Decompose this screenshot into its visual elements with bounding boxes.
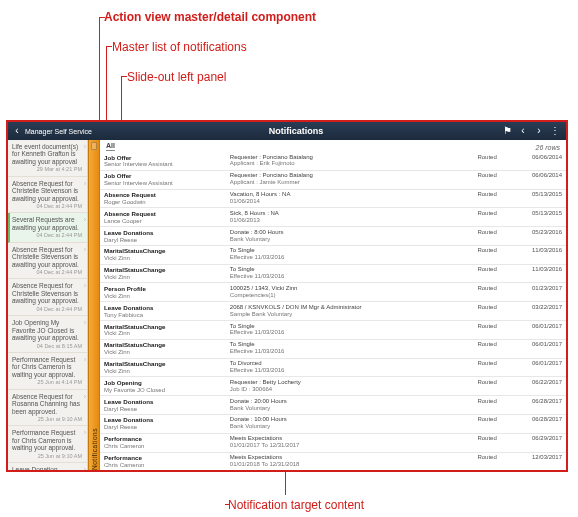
chevron-right-icon: › xyxy=(84,356,86,364)
detail-panel: All 26 rows Job OfferSenior Interview As… xyxy=(100,140,566,470)
row-title: Leave Donations xyxy=(104,398,154,405)
row-detail-line2: Bank Voluntary xyxy=(230,236,441,243)
master-list-item-timestamp: 25 Jun at 9:10 AM xyxy=(12,453,82,459)
master-list-item-timestamp: 04 Dec at 2:44 PM xyxy=(12,269,82,275)
master-list-item[interactable]: Absence Request for Christelle Stevenson… xyxy=(8,279,87,316)
annotation-line xyxy=(100,17,105,18)
row-date: 06/06/2014 xyxy=(501,152,566,170)
row-title: Job Offer xyxy=(104,154,132,161)
master-list-item[interactable]: Leave Donation Request for has been awai… xyxy=(8,463,87,470)
table-row[interactable]: MaritalStatusChangeVicki ZinnTo SingleEf… xyxy=(100,339,566,358)
row-detail-line2: Competencies(1) xyxy=(230,292,441,299)
master-list-item[interactable]: Performance Request for Chris Cameron is… xyxy=(8,353,87,390)
slide-out-divider[interactable]: Notifications xyxy=(88,140,100,470)
row-detail-line2: Effective 11/03/2016 xyxy=(230,367,441,374)
table-row[interactable]: Job OpeningMy Favorite JO ClosedRequeste… xyxy=(100,377,566,396)
chevron-right-icon: › xyxy=(84,143,86,151)
master-list-item[interactable]: Absence Request for Christelle Stevenson… xyxy=(8,177,87,214)
chevron-right-icon: › xyxy=(84,216,86,224)
row-date: 06/06/2014 xyxy=(501,170,566,189)
table-row[interactable]: Absence RequestRoger GoodwinVacation, 8 … xyxy=(100,189,566,208)
row-title: Person Profile xyxy=(104,285,146,292)
row-title: Absence Request xyxy=(104,191,156,198)
table-row[interactable]: PerformanceChris CameronMeets Expectatio… xyxy=(100,433,566,452)
master-list-panel: Life event document(s) for Kenneth Graft… xyxy=(8,140,88,470)
row-detail-line2: Bank Voluntary xyxy=(230,423,441,430)
row-detail-line2: Effective 11/03/2016 xyxy=(230,348,441,355)
row-subtitle: Chris Cameron xyxy=(104,462,222,469)
page-title: Notifications xyxy=(96,126,496,136)
back-label: Manager Self Service xyxy=(25,128,92,135)
row-detail-line1: To Single xyxy=(230,341,255,347)
row-status: Routed xyxy=(445,377,501,396)
back-button[interactable]: ‹ Manager Self Service xyxy=(8,126,96,136)
row-subtitle: Vicki Zinn xyxy=(104,349,222,356)
row-title: Performance xyxy=(104,454,142,461)
master-list-item-timestamp: 04 Dec at 2:44 PM xyxy=(12,203,82,209)
master-list-item-text: Several Requests are awaiting your appro… xyxy=(12,216,79,230)
table-row[interactable]: MaritalStatusChangeVicki ZinnTo SingleEf… xyxy=(100,321,566,340)
row-detail-line1: To Single xyxy=(230,323,255,329)
row-date: 12/03/2017 xyxy=(501,452,566,470)
table-row[interactable]: MaritalStatusChangeVicki ZinnTo Divorced… xyxy=(100,358,566,377)
row-subtitle: Roger Goodwin xyxy=(104,199,222,206)
row-status: Routed xyxy=(445,452,501,470)
master-list-item[interactable]: Performance Request for Chris Cameron is… xyxy=(8,426,87,463)
table-row[interactable]: Leave DonationsDaryl ReeseDonate : 10:00… xyxy=(100,414,566,433)
table-row[interactable]: Leave DonationsDaryl ReeseDonate : 8:00 … xyxy=(100,227,566,246)
chevron-right-icon: › xyxy=(84,429,86,437)
menu-icon[interactable]: ⋮ xyxy=(550,126,560,136)
table-row[interactable]: Job OfferSenior Interview AssistantReque… xyxy=(100,170,566,189)
row-title: Job Offer xyxy=(104,172,132,179)
row-title: MaritalStatusChange xyxy=(104,341,166,348)
divider-handle-icon[interactable] xyxy=(91,142,97,150)
table-row[interactable]: Leave DonationsDaryl ReeseDonate : 20:00… xyxy=(100,396,566,415)
row-subtitle: Daryl Reese xyxy=(104,237,222,244)
master-list-item-text: Job Opening My Favorite JO Closed is awa… xyxy=(12,319,79,341)
table-row[interactable]: MaritalStatusChangeVicki ZinnTo SingleEf… xyxy=(100,245,566,264)
row-title: Job Opening xyxy=(104,379,142,386)
prev-icon[interactable]: ‹ xyxy=(518,126,528,136)
row-status: Routed xyxy=(445,227,501,246)
row-detail-line1: Meets Expectations xyxy=(230,454,282,460)
master-list-item[interactable]: Absence Request for Christelle Stevenson… xyxy=(8,243,87,280)
next-icon[interactable]: › xyxy=(534,126,544,136)
row-title: MaritalStatusChange xyxy=(104,247,166,254)
table-row[interactable]: Absence RequestLance CooperSick, 8 Hours… xyxy=(100,208,566,227)
row-date: 06/01/2017 xyxy=(501,321,566,340)
row-detail-line2: Effective 11/03/2016 xyxy=(230,254,441,261)
master-list-item[interactable]: Job Opening My Favorite JO Closed is awa… xyxy=(8,316,87,353)
flag-icon[interactable]: ⚑ xyxy=(502,126,512,136)
master-list-item-timestamp: 04 Dec at 2:44 PM xyxy=(12,306,82,312)
tab-all[interactable]: All xyxy=(106,142,115,151)
table-row[interactable]: PerformanceChris CameronMeets Expectatio… xyxy=(100,452,566,470)
row-subtitle: Lance Cooper xyxy=(104,218,222,225)
row-date: 06/28/2017 xyxy=(501,396,566,415)
chevron-right-icon: › xyxy=(84,246,86,254)
row-detail-line1: Vacation, 8 Hours : NA xyxy=(230,191,291,197)
row-status: Routed xyxy=(445,321,501,340)
table-row[interactable]: MaritalStatusChangeVicki ZinnTo SingleEf… xyxy=(100,264,566,283)
master-list-item-text: Absence Request for Christelle Stevenson… xyxy=(12,180,79,202)
table-row[interactable]: Leave DonationsTony Fabbiuca2068 / KSNVK… xyxy=(100,302,566,321)
row-detail-line1: 2068 / KSNVKOLS / DON IM Mgr & Administr… xyxy=(230,304,362,310)
row-status: Routed xyxy=(445,245,501,264)
master-list-item-text: Life event document(s) for Kenneth Graft… xyxy=(12,143,78,165)
table-row[interactable]: Person ProfileVicki Zinn100025 / 1343, V… xyxy=(100,283,566,302)
row-detail-line1: Donate : 8:00 Hours xyxy=(230,229,284,235)
row-status: Routed xyxy=(445,339,501,358)
chevron-right-icon: › xyxy=(84,393,86,401)
row-detail-line1: To Divorced xyxy=(230,360,262,366)
row-date: 03/22/2017 xyxy=(501,302,566,321)
row-count-label: 26 rows xyxy=(535,144,560,151)
master-list-item[interactable]: Life event document(s) for Kenneth Graft… xyxy=(8,140,87,177)
row-subtitle: Senior Interview Assistant xyxy=(104,161,222,168)
master-list-item-timestamp: 04 Dec at 2:44 PM xyxy=(12,232,82,238)
master-list-item[interactable]: Absence Request for Rosanna Channing has… xyxy=(8,390,87,427)
master-list-item[interactable]: Several Requests are awaiting your appro… xyxy=(8,213,87,242)
master-list-item-text: Absence Request for Christelle Stevenson… xyxy=(12,246,79,268)
annotation-line xyxy=(99,17,100,120)
chevron-right-icon: › xyxy=(84,282,86,290)
table-row[interactable]: Job OfferSenior Interview AssistantReque… xyxy=(100,152,566,170)
row-subtitle: Tony Fabbiuca xyxy=(104,312,222,319)
